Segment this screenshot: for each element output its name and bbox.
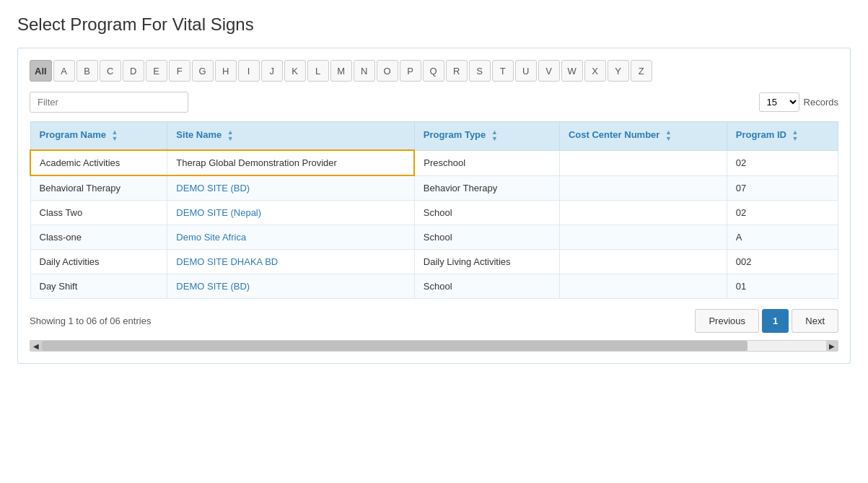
sort-icon-program-type: ▲▼ [491, 129, 498, 142]
alpha-btn-all[interactable]: All [30, 60, 52, 82]
cell-program-type: School [414, 274, 559, 299]
programs-table: Program Name ▲▼ Site Name ▲▼ Program Typ… [30, 121, 838, 299]
cell-program-name: Academic Activities [30, 150, 167, 175]
col-site-name[interactable]: Site Name ▲▼ [167, 122, 415, 151]
records-per-page-select[interactable]: 15 25 50 100 [759, 92, 799, 112]
alpha-btn-f[interactable]: F [169, 60, 190, 82]
table-footer: Showing 1 to 06 of 06 entries Previous 1… [30, 309, 838, 333]
cell-program-id: 01 [727, 274, 838, 299]
sort-icon-cost-center: ▲▼ [665, 129, 672, 142]
filter-input[interactable] [30, 92, 188, 113]
alpha-btn-s[interactable]: S [469, 60, 491, 82]
cell-cost-center-number [559, 274, 727, 299]
cell-program-name: Day Shift [30, 274, 167, 299]
alpha-btn-x[interactable]: X [584, 60, 606, 82]
cell-cost-center-number [559, 225, 727, 250]
alpha-btn-g[interactable]: G [192, 60, 214, 82]
alpha-btn-c[interactable]: C [100, 60, 121, 82]
cell-site-name: Therap Global Demonstration Provider [167, 150, 415, 175]
cell-program-name: Behavioral Therapy [30, 175, 167, 201]
alpha-btn-w[interactable]: W [561, 60, 583, 82]
scroll-right-arrow[interactable]: ▶ [826, 340, 838, 352]
showing-text: Showing 1 to 06 of 06 entries [30, 316, 151, 326]
cell-program-id: A [727, 225, 838, 250]
cell-program-name: Class-one [30, 225, 167, 250]
alpha-btn-z[interactable]: Z [631, 60, 652, 82]
col-program-type[interactable]: Program Type ▲▼ [414, 122, 559, 151]
site-name-link[interactable]: DEMO SITE (Nepal) [176, 207, 261, 218]
alpha-btn-o[interactable]: O [377, 60, 398, 82]
cell-program-type: Daily Living Activities [414, 250, 559, 274]
cell-site-name[interactable]: Demo Site Africa [167, 225, 415, 250]
scroll-thumb[interactable] [42, 341, 748, 351]
cell-program-type: Preschool [414, 150, 559, 175]
cell-program-id: 07 [727, 175, 838, 201]
table-row: Class TwoDEMO SITE (Nepal)School02 [30, 201, 838, 225]
alpha-btn-n[interactable]: N [354, 60, 375, 82]
scroll-track[interactable] [42, 341, 826, 351]
page-title: Select Program For Vital Signs [17, 14, 851, 35]
cell-cost-center-number [559, 150, 727, 175]
sort-icon-program-id: ▲▼ [792, 129, 799, 142]
pagination: Previous 1 Next [695, 309, 838, 333]
cell-cost-center-number [559, 250, 727, 274]
table-row: Day ShiftDEMO SITE (BD)School01 [30, 274, 838, 299]
page-container: Select Program For Vital Signs AllABCDEF… [0, 0, 868, 483]
site-name-link[interactable]: DEMO SITE (BD) [176, 183, 250, 193]
alpha-btn-m[interactable]: M [330, 60, 352, 82]
cell-site-name[interactable]: DEMO SITE DHAKA BD [167, 250, 415, 274]
site-name-link[interactable]: DEMO SITE (BD) [176, 281, 250, 292]
alpha-btn-p[interactable]: P [400, 60, 421, 82]
alpha-btn-l[interactable]: L [307, 60, 329, 82]
alpha-btn-y[interactable]: Y [608, 60, 629, 82]
col-cost-center-number[interactable]: Cost Center Number ▲▼ [559, 122, 727, 151]
cell-cost-center-number [559, 201, 727, 225]
horizontal-scrollbar[interactable]: ◀ ▶ [30, 340, 838, 352]
alpha-btn-e[interactable]: E [146, 60, 167, 82]
next-button[interactable]: Next [792, 309, 838, 333]
sort-icon-site-name: ▲▼ [227, 129, 234, 142]
site-name-link[interactable]: Demo Site Africa [176, 232, 246, 243]
cell-program-id: 02 [727, 150, 838, 175]
table-row: Academic ActivitiesTherap Global Demonst… [30, 150, 838, 175]
table-row: Behavioral TherapyDEMO SITE (BD)Behavior… [30, 175, 838, 201]
alpha-btn-j[interactable]: J [261, 60, 283, 82]
cell-program-type: Behavior Therapy [414, 175, 559, 201]
table-header: Program Name ▲▼ Site Name ▲▼ Program Typ… [30, 122, 838, 151]
previous-button[interactable]: Previous [695, 309, 759, 333]
records-label: Records [804, 97, 838, 108]
records-selector: 15 25 50 100 Records [759, 92, 838, 112]
cell-program-name: Class Two [30, 201, 167, 225]
sort-icon-program-name: ▲▼ [112, 129, 118, 142]
alpha-btn-d[interactable]: D [123, 60, 144, 82]
alpha-btn-k[interactable]: K [284, 60, 306, 82]
alpha-btn-b[interactable]: B [76, 60, 98, 82]
cell-site-name[interactable]: DEMO SITE (BD) [167, 175, 415, 201]
cell-program-id: 02 [727, 201, 838, 225]
alpha-btn-u[interactable]: U [515, 60, 537, 82]
cell-site-name[interactable]: DEMO SITE (Nepal) [167, 201, 415, 225]
scroll-left-arrow[interactable]: ◀ [30, 340, 42, 352]
alpha-btn-t[interactable]: T [492, 60, 514, 82]
col-program-id[interactable]: Program ID ▲▼ [727, 122, 838, 151]
alpha-btn-q[interactable]: Q [423, 60, 444, 82]
alpha-btn-h[interactable]: H [215, 60, 237, 82]
alpha-btn-a[interactable]: A [53, 60, 75, 82]
cell-site-name[interactable]: DEMO SITE (BD) [167, 274, 415, 299]
header-row: Program Name ▲▼ Site Name ▲▼ Program Typ… [30, 122, 838, 151]
alpha-btn-r[interactable]: R [446, 60, 468, 82]
cell-cost-center-number [559, 175, 727, 201]
main-panel: AllABCDEFGHIJKLMNOPQRSTUVWXYZ 15 25 50 1… [17, 48, 851, 364]
alpha-filter: AllABCDEFGHIJKLMNOPQRSTUVWXYZ [30, 60, 838, 82]
table-body: Academic ActivitiesTherap Global Demonst… [30, 150, 838, 299]
alpha-btn-v[interactable]: V [538, 60, 560, 82]
cell-program-id: 002 [727, 250, 838, 274]
cell-program-name: Daily Activities [30, 250, 167, 274]
site-name-link[interactable]: DEMO SITE DHAKA BD [176, 256, 278, 267]
table-row: Daily ActivitiesDEMO SITE DHAKA BDDaily … [30, 250, 838, 274]
alpha-btn-i[interactable]: I [238, 60, 260, 82]
filter-row: 15 25 50 100 Records [30, 92, 838, 113]
col-program-name[interactable]: Program Name ▲▼ [30, 122, 167, 151]
table-row: Class-oneDemo Site AfricaSchoolA [30, 225, 838, 250]
page-1-button[interactable]: 1 [762, 309, 789, 333]
